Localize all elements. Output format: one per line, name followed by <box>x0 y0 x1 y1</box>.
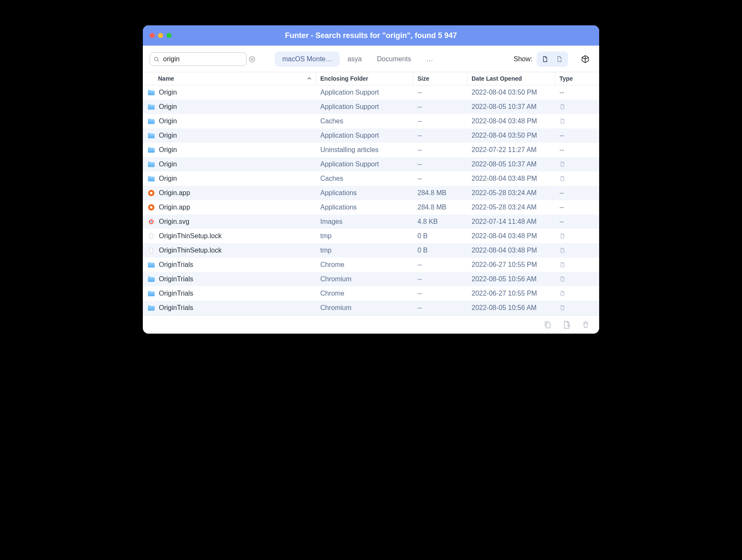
svg-rect-12 <box>546 323 550 328</box>
window-title: Funter - Search results for "origin", fo… <box>143 31 599 40</box>
scope-tab[interactable]: macOS Monte… <box>275 52 340 67</box>
enclosing-folder: Applications <box>316 189 413 197</box>
date-last-opened: 2022-07-22 11:27 AM <box>467 146 555 154</box>
file-type: -- <box>555 189 599 197</box>
file-size: -- <box>413 146 467 154</box>
svg-line-1 <box>158 60 159 61</box>
package-view-button[interactable] <box>578 53 592 65</box>
date-last-opened: 2022-08-05 10:37 AM <box>467 160 555 168</box>
file-size: -- <box>413 117 467 125</box>
file-type <box>555 275 599 283</box>
file-type <box>555 103 599 111</box>
file-name: OriginThinSetup.lock <box>159 247 222 254</box>
file-type: -- <box>555 218 599 226</box>
table-row[interactable]: OriginTrialsChrome--2022-06-27 10:55 PM <box>143 286 599 301</box>
scope-tab[interactable]: asya <box>340 52 369 67</box>
file-name: OriginTrials <box>159 275 193 283</box>
table-row[interactable]: Origin.appApplications284.8 MB2022-05-28… <box>143 186 599 200</box>
show-visible-files-button[interactable] <box>538 53 552 65</box>
folder-icon <box>147 117 155 125</box>
table-row[interactable]: OriginTrialsChromium--2022-08-05 10:56 A… <box>143 301 599 315</box>
file-name: Origin <box>159 132 177 139</box>
show-label: Show: <box>514 55 532 63</box>
column-header-name[interactable]: Name <box>143 72 316 85</box>
file-name: Origin <box>159 146 177 154</box>
file-name: Origin <box>159 117 177 125</box>
file-size: -- <box>413 160 467 168</box>
scope-tab[interactable]: … <box>419 52 441 67</box>
table-row[interactable]: OriginThinSetup.locktmp0 B2022-08-04 03:… <box>143 243 599 258</box>
app-icon <box>147 189 155 197</box>
svg-point-0 <box>155 57 158 60</box>
folder-icon <box>147 88 155 97</box>
file-icon <box>147 232 155 240</box>
table-row[interactable]: OriginApplication Support--2022-08-04 03… <box>143 128 599 143</box>
toolbar: macOS Monte…asyaDocuments… Show: <box>143 46 599 72</box>
table-row[interactable]: Origin.appApplications284.8 MB2022-05-28… <box>143 200 599 215</box>
close-button[interactable] <box>150 33 155 38</box>
search-field[interactable] <box>150 52 247 66</box>
enclosing-folder: Chromium <box>316 304 413 312</box>
column-header-size[interactable]: Size <box>413 72 467 85</box>
reveal-icon[interactable] <box>562 320 571 329</box>
table-row[interactable]: OriginApplication Support--2022-08-05 10… <box>143 100 599 114</box>
date-last-opened: 2022-05-28 03:24 AM <box>467 189 555 197</box>
file-type <box>555 304 599 312</box>
file-name: OriginTrials <box>159 290 193 297</box>
search-icon <box>153 56 160 63</box>
file-size: 4.8 KB <box>413 218 467 226</box>
enclosing-folder: Caches <box>316 117 413 125</box>
enclosing-folder: tmp <box>316 232 413 240</box>
copy-icon[interactable] <box>543 320 552 329</box>
file-type <box>555 290 599 297</box>
date-last-opened: 2022-05-28 03:24 AM <box>467 204 555 211</box>
column-header-folder[interactable]: Enclosing Folder <box>316 72 413 85</box>
folder-icon <box>147 174 155 183</box>
file-size: 0 B <box>413 247 467 254</box>
table-row[interactable]: OriginUninstalling articles--2022-07-22 … <box>143 143 599 157</box>
table-row[interactable]: OriginCaches--2022-08-04 03:48 PM <box>143 171 599 186</box>
table-row[interactable]: OriginTrialsChrome--2022-06-27 10:55 PM <box>143 258 599 272</box>
traffic-lights <box>150 33 172 38</box>
column-headers: Name Enclosing Folder Size Date Last Ope… <box>143 72 599 85</box>
file-size: -- <box>413 304 467 312</box>
sort-ascending-icon <box>307 76 311 81</box>
scope-tab[interactable]: Documents <box>369 52 419 67</box>
file-name: Origin <box>159 103 177 111</box>
file-size: -- <box>413 103 467 111</box>
table-row[interactable]: OriginApplication Support--2022-08-04 03… <box>143 85 599 100</box>
app-window: Funter - Search results for "origin", fo… <box>143 25 599 334</box>
date-last-opened: 2022-08-04 03:50 PM <box>467 132 555 139</box>
svg-point-11 <box>150 221 152 222</box>
table-row[interactable]: OriginThinSetup.locktmp0 B2022-08-04 03:… <box>143 229 599 243</box>
file-size: 284.8 MB <box>413 189 467 197</box>
results-list[interactable]: OriginApplication Support--2022-08-04 03… <box>143 85 599 315</box>
search-input[interactable] <box>162 55 248 63</box>
folder-icon <box>147 131 155 140</box>
file-size: -- <box>413 89 467 96</box>
file-type <box>555 160 599 168</box>
table-row[interactable]: OriginCaches--2022-08-04 03:48 PM <box>143 114 599 128</box>
enclosing-folder: Chrome <box>316 261 413 269</box>
clear-search-icon[interactable] <box>248 56 256 63</box>
zoom-button[interactable] <box>166 33 172 38</box>
folder-icon <box>147 275 155 283</box>
show-toggle-group: Show: <box>514 52 592 67</box>
date-last-opened: 2022-07-14 11:48 AM <box>467 218 555 226</box>
file-name: Origin <box>159 175 177 182</box>
table-row[interactable]: OriginApplication Support--2022-08-05 10… <box>143 157 599 171</box>
folder-icon <box>147 160 155 169</box>
column-header-date[interactable]: Date Last Opened <box>467 72 555 85</box>
file-size: -- <box>413 275 467 283</box>
enclosing-folder: Chrome <box>316 290 413 297</box>
table-row[interactable]: Origin.svgImages4.8 KB2022-07-14 11:48 A… <box>143 215 599 229</box>
trash-icon[interactable] <box>581 320 590 329</box>
minimize-button[interactable] <box>158 33 163 38</box>
file-name: OriginThinSetup.lock <box>159 232 222 240</box>
svg-point-8 <box>150 206 153 209</box>
show-hidden-files-button[interactable] <box>552 53 567 65</box>
column-header-type[interactable]: Type <box>555 72 599 85</box>
file-type: -- <box>555 89 599 96</box>
table-row[interactable]: OriginTrialsChromium--2022-08-05 10:56 A… <box>143 272 599 286</box>
app-icon <box>147 203 155 212</box>
